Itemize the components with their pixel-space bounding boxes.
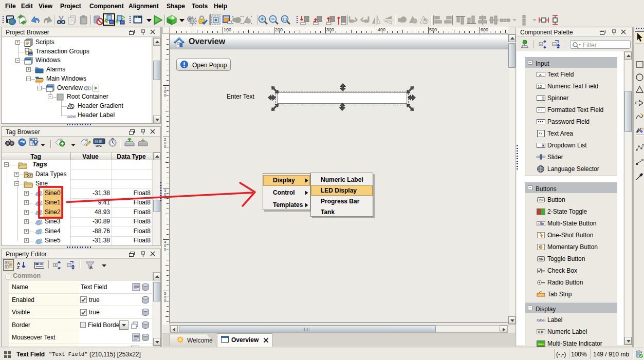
svg-text:+x: +x	[539, 131, 543, 135]
svg-text:Auto: Auto	[538, 343, 545, 346]
svg-text:a: a	[539, 72, 542, 77]
svg-text:ON: ON	[539, 258, 543, 261]
svg-text:1:1: 1:1	[282, 17, 287, 21]
svg-text:12: 12	[538, 84, 542, 89]
svg-text:B: B	[542, 222, 544, 225]
svg-text:label: label	[537, 318, 545, 323]
svg-text:A: A	[89, 265, 93, 270]
svg-text:label: label	[67, 114, 76, 119]
svg-text:Z: Z	[17, 265, 20, 270]
svg-text:OPC: OPC	[96, 144, 102, 147]
svg-text:OK: OK	[539, 199, 544, 202]
svg-text:8.8: 8.8	[538, 330, 543, 334]
svg-text:A: A	[538, 222, 540, 225]
